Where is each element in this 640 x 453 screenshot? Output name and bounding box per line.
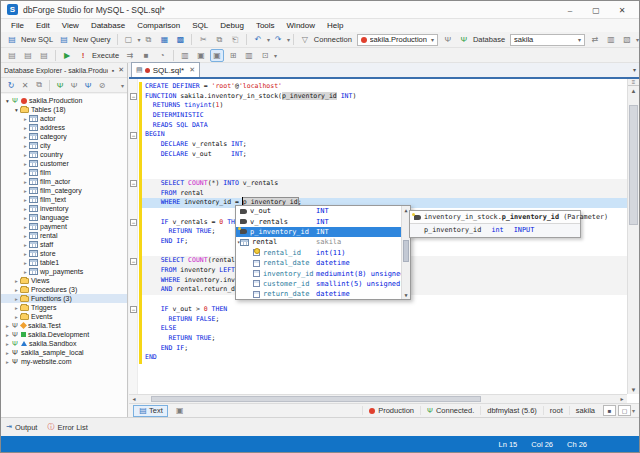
layout-icon[interactable]: ▥ [178, 49, 192, 62]
expand-arrow-icon[interactable]: ▸ [4, 350, 11, 356]
expand-arrow-icon[interactable]: ▸ [22, 179, 29, 185]
snippet-icon[interactable]: ▣ [173, 404, 187, 417]
new-connection-icon[interactable]: Ψ [457, 33, 471, 46]
tree-item-events[interactable]: ▸Events [1, 312, 127, 321]
tree-item-film-category[interactable]: ▸film_category [1, 186, 127, 195]
tree-item-sakila-development[interactable]: ▸Ψsakila.Development [1, 330, 127, 339]
menu-item-database[interactable]: Database [85, 21, 131, 30]
tree-item-sakila-sample-local[interactable]: ▸Ψsakila_sample_local [1, 348, 127, 357]
tree-item-city[interactable]: ▸city [1, 141, 127, 150]
menu-item-tools[interactable]: Tools [250, 21, 281, 30]
new-window-icon[interactable]: ▢ [121, 33, 135, 46]
grid-icon[interactable]: ▥ [604, 33, 618, 46]
disconnect-icon[interactable]: Ψ [441, 33, 455, 46]
splitter-handle[interactable]: ≡ [628, 79, 639, 86]
expand-arrow-icon[interactable]: ▸ [4, 341, 11, 347]
tree-item-film[interactable]: ▸film [1, 168, 127, 177]
chevron-down-icon[interactable]: ▾ [287, 36, 290, 43]
add-grid-icon[interactable]: ⊞ [226, 49, 240, 62]
expand-arrow-icon[interactable]: ▸ [4, 359, 11, 365]
step-icon[interactable]: ⇉ [123, 49, 137, 62]
tree-item-address[interactable]: ▸address [1, 123, 127, 132]
expand-arrow-icon[interactable]: ▸ [22, 143, 29, 149]
database-doc3-icon[interactable]: ▤ [37, 49, 51, 62]
box-icon[interactable]: ⊡ [258, 49, 272, 62]
tree-item-functions-3-[interactable]: ▸Functions (3) [1, 294, 127, 303]
new-query-icon[interactable]: ▤ [57, 33, 71, 46]
connection-select[interactable]: sakila.Production ▾ [357, 34, 438, 46]
menu-item-edit[interactable]: Edit [30, 21, 56, 30]
stop-icon[interactable]: ■ [139, 49, 153, 62]
toolbar-overflow-icon[interactable]: ▾ [636, 36, 639, 43]
expand-arrow-icon[interactable]: ▸ [22, 116, 29, 122]
menu-item-help[interactable]: Help [321, 21, 349, 30]
tree-item-table1[interactable]: ▸table1 [1, 258, 127, 267]
disconnect2-icon[interactable]: Ψ [68, 79, 80, 92]
expand-arrow-icon[interactable]: ▸ [22, 152, 29, 158]
expand-arrow-icon[interactable]: ▸ [22, 170, 29, 176]
fold-marker-icon[interactable]: − [130, 258, 137, 265]
scroll-up-icon[interactable]: ▲ [628, 88, 639, 94]
save-all-icon[interactable]: ▩ [173, 33, 187, 46]
explorer-overflow-icon[interactable]: ▾ [121, 82, 124, 89]
completion-item-v_rentals[interactable]: v_rentalsINT [236, 216, 401, 226]
run-icon[interactable]: ▶ [60, 49, 74, 62]
panel-tab-error-list[interactable]: ⓘError List [47, 422, 87, 432]
paste-icon[interactable]: ⎗ [228, 33, 242, 46]
fold-marker-icon[interactable]: − [130, 132, 137, 139]
tree-item-tables-18-[interactable]: ▾Tables (18) [1, 105, 127, 114]
connect-icon[interactable]: Ψ [54, 79, 66, 92]
tree-item-rental[interactable]: ▸rental [1, 231, 127, 240]
expand-arrow-icon[interactable]: ▸ [22, 188, 29, 194]
layout-toggle2-icon[interactable]: ▢ [618, 405, 631, 416]
code-editor-surface[interactable]: −−−−−− CREATE DEFINER = 'root'@'localhos… [129, 79, 627, 394]
completion-item-rental[interactable]: ▾rentalsakila [236, 237, 401, 247]
fold-marker-icon[interactable]: − [130, 219, 137, 226]
tree-item-customer[interactable]: ▸customer [1, 159, 127, 168]
vertical-scrollbar[interactable]: ≡ ▲ ▼ [627, 79, 639, 394]
status-overflow-icon[interactable]: ▾ [632, 407, 635, 414]
expand-arrow-icon[interactable]: ▸ [22, 269, 29, 275]
new-sql-button[interactable]: New SQL [21, 35, 53, 44]
database-select[interactable]: sakila ▾ [510, 34, 585, 46]
results-icon[interactable]: ▥ [242, 49, 256, 62]
expand-arrow-icon[interactable]: ▾ [13, 107, 20, 113]
scroll-left-icon[interactable]: ◂ [129, 395, 139, 403]
scroll-down-icon[interactable]: ▼ [402, 292, 410, 298]
history-icon[interactable]: ◔ [155, 49, 169, 62]
maximize-button[interactable]: ▢ [583, 1, 609, 19]
completion-item-inventory_id[interactable]: inventory_idmediumint(8) unsigned [236, 268, 401, 278]
tree-item-film-actor[interactable]: ▸film_actor [1, 177, 127, 186]
tab-close-icon[interactable]: ✕ [189, 66, 195, 74]
expand-arrow-icon[interactable]: ▸ [13, 314, 20, 320]
fold-marker-icon[interactable]: − [130, 306, 137, 313]
tree-item-category[interactable]: ▸category [1, 132, 127, 141]
database-doc-icon[interactable]: ▤ [5, 49, 19, 62]
new-sql-icon[interactable]: ▤ [5, 33, 19, 46]
tree-item-language[interactable]: ▸language [1, 213, 127, 222]
expand-arrow-icon[interactable]: ▸ [22, 197, 29, 203]
stop2-icon[interactable]: ⊘ [96, 79, 108, 92]
expand-arrow-icon[interactable]: ▸ [22, 161, 29, 167]
expand-arrow-icon[interactable]: ▸ [13, 296, 20, 302]
expand-arrow-icon[interactable]: ▸ [4, 323, 11, 329]
tree-item-procedures-3-[interactable]: ▸Procedures (3) [1, 285, 127, 294]
tab-list-icon[interactable]: ▾ [633, 66, 636, 73]
active-view-icon[interactable]: ▣ [210, 49, 224, 62]
expand-arrow-icon[interactable]: ▸ [22, 233, 29, 239]
horizontal-scrollbar[interactable]: ◂ ▸ [129, 394, 627, 403]
refresh-icon[interactable]: ↻ [5, 79, 17, 92]
expand-arrow-icon[interactable]: ▾ [4, 98, 11, 104]
hscroll-thumb[interactable] [151, 396, 481, 402]
minimize-button[interactable]: – [557, 1, 583, 19]
panel-close-icon[interactable]: ✕ [118, 66, 124, 74]
tree-item-staff[interactable]: ▸staff [1, 240, 127, 249]
expand-arrow-icon[interactable]: ▸ [22, 125, 29, 131]
expand-arrow-icon[interactable]: ▸ [4, 332, 11, 338]
completion-item-return_date[interactable]: return_datedatetime [236, 289, 401, 299]
cut-icon[interactable]: ✂ [196, 33, 210, 46]
expand-arrow-icon[interactable]: ▸ [22, 215, 29, 221]
panel-tab-output[interactable]: ⇥Output [6, 423, 37, 432]
schema-icon[interactable]: ▧ [620, 33, 634, 46]
filter-icon[interactable]: ▽ [298, 33, 312, 46]
